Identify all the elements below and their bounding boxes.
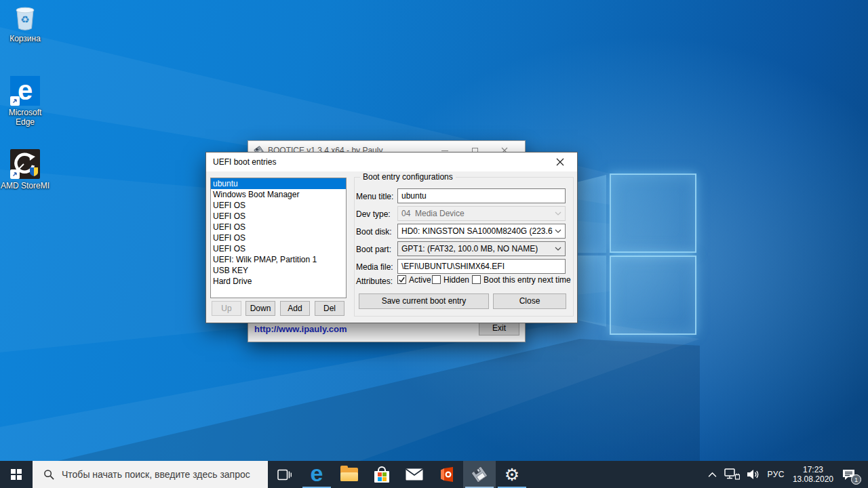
taskbar: Чтобы начать поиск, введите здесь запрос… xyxy=(0,461,868,488)
show-hidden-icons-button[interactable] xyxy=(704,461,721,488)
list-item[interactable]: USB KEY xyxy=(211,265,346,276)
boot-disk-label: Boot disk: xyxy=(356,227,392,237)
search-icon xyxy=(43,469,55,481)
media-file-input[interactable] xyxy=(397,259,566,274)
action-center-button[interactable]: 1 xyxy=(838,461,860,488)
taskbar-mail[interactable] xyxy=(398,461,431,488)
taskbar-edge[interactable]: e xyxy=(300,461,333,488)
desktop-icon-amd-storemi[interactable]: AMD StoreMI xyxy=(0,149,50,190)
file-explorer-icon xyxy=(340,468,358,481)
menu-title-input[interactable] xyxy=(397,188,566,203)
list-item[interactable]: UEFI: Wilk PMAP, Partition 1 xyxy=(211,254,346,265)
desktop-icon-microsoft-edge[interactable]: e Microsoft Edge xyxy=(0,76,50,127)
desktop-icon-recycle-bin[interactable]: ♻ Корзина xyxy=(0,3,50,43)
floppy-disk-icon xyxy=(471,466,488,483)
minimize-icon xyxy=(441,150,448,151)
recycle-bin-icon: ♻ xyxy=(12,3,39,32)
svg-text:♻: ♻ xyxy=(20,14,29,25)
uefi-boot-entries-dialog: UEFI boot entries ubuntu Windows Boot Ma… xyxy=(205,152,578,323)
amd-storemi-icon xyxy=(10,149,40,179)
chevron-down-icon xyxy=(555,211,561,216)
date: 13.08.2020 xyxy=(793,474,833,484)
shortcut-arrow-icon xyxy=(10,96,20,106)
list-item[interactable]: Windows Boot Manager xyxy=(211,189,346,200)
taskbar-office[interactable] xyxy=(431,461,463,488)
dev-type-label: Dev type: xyxy=(356,209,391,219)
list-item[interactable]: UEFI OS xyxy=(211,200,346,211)
shortcut-arrow-icon xyxy=(10,169,20,179)
add-button[interactable]: Add xyxy=(280,301,310,316)
windows-logo-pane xyxy=(610,256,696,335)
up-button[interactable]: Up xyxy=(212,301,241,316)
taskbar-store[interactable] xyxy=(366,461,398,488)
task-view-button[interactable] xyxy=(268,461,300,488)
boot-disk-combobox[interactable]: HD0: KINGSTON SA1000M8240G (223.6 GB, C: xyxy=(397,224,566,239)
close-icon xyxy=(556,158,564,166)
ipauly-link[interactable]: http://www.ipauly.com xyxy=(254,324,347,334)
list-item[interactable]: Hard Drive xyxy=(211,276,346,287)
chevron-down-icon xyxy=(555,247,561,251)
windows-start-icon xyxy=(11,469,22,480)
boot-part-label: Boot part: xyxy=(356,245,391,254)
taskbar-file-explorer[interactable] xyxy=(333,461,366,488)
ethernet-icon xyxy=(724,468,740,481)
notification-count-badge: 1 xyxy=(851,474,861,485)
list-item[interactable]: UEFI OS xyxy=(211,232,346,243)
boot-next-checkbox-label: Boot this entry next time xyxy=(484,275,571,285)
list-item[interactable]: UEFI OS xyxy=(211,243,346,254)
gear-icon: ⚙ xyxy=(505,466,519,483)
speaker-icon xyxy=(747,469,760,480)
active-checkbox[interactable] xyxy=(397,275,406,284)
attributes-label: Attributes: xyxy=(356,277,393,286)
microsoft-store-icon xyxy=(374,466,389,483)
office-icon xyxy=(439,466,455,483)
edge-icon: e xyxy=(311,462,323,485)
active-checkbox-label: Active xyxy=(409,275,431,285)
hidden-checkbox-label: Hidden xyxy=(443,275,469,285)
taskbar-settings[interactable]: ⚙ xyxy=(496,461,528,488)
boot-entries-listbox[interactable]: ubuntu Windows Boot Manager UEFI OS UEFI… xyxy=(210,178,347,298)
list-item[interactable]: UEFI OS xyxy=(211,222,346,232)
del-button[interactable]: Del xyxy=(315,301,344,316)
list-item[interactable]: UEFI OS xyxy=(211,211,346,222)
dev-type-combobox: 04 Media Device xyxy=(397,206,566,221)
taskbar-bootice[interactable] xyxy=(463,461,496,488)
language-indicator[interactable]: РУС xyxy=(764,461,788,488)
taskbar-search[interactable]: Чтобы начать поиск, введите здесь запрос xyxy=(33,461,268,488)
desktop-icon-label: Корзина xyxy=(9,34,41,43)
system-tray: РУС 17:23 13.08.2020 1 xyxy=(704,461,868,488)
boot-part-combobox[interactable]: GPT1: (FAT32, 100.0 MB, NO NAME) xyxy=(397,241,566,256)
windows-logo-pane xyxy=(610,174,696,253)
close-dialog-button[interactable]: Close xyxy=(493,293,566,309)
desktop-icon-label: Microsoft Edge xyxy=(0,108,50,127)
menu-title-label: Menu title: xyxy=(356,192,393,201)
mail-icon xyxy=(406,468,423,481)
checkmark-icon xyxy=(398,276,406,283)
save-current-boot-entry-button[interactable]: Save current boot entry xyxy=(359,293,489,309)
dialog-titlebar[interactable]: UEFI boot entries xyxy=(206,152,577,171)
network-tray-icon[interactable] xyxy=(721,461,743,488)
dialog-title: UEFI boot entries xyxy=(213,157,550,167)
media-file-label: Media file: xyxy=(356,262,393,272)
edge-icon: e xyxy=(10,76,40,106)
desktop-icon-label: AMD StoreMI xyxy=(1,181,50,190)
hidden-checkbox[interactable] xyxy=(432,275,441,284)
down-button[interactable]: Down xyxy=(245,301,275,316)
chevron-up-icon xyxy=(707,472,717,478)
groupbox-title: Boot entry configurations xyxy=(360,172,456,182)
dialog-close-button[interactable] xyxy=(550,154,570,170)
boot-next-checkbox[interactable] xyxy=(472,275,481,284)
volume-tray-icon[interactable] xyxy=(743,461,764,488)
time: 17:23 xyxy=(793,465,833,474)
search-placeholder: Чтобы начать поиск, введите здесь запрос xyxy=(62,469,250,480)
start-button[interactable] xyxy=(0,461,33,488)
chevron-down-icon xyxy=(555,229,561,233)
list-item[interactable]: ubuntu xyxy=(211,178,346,189)
task-view-icon xyxy=(277,468,292,481)
clock[interactable]: 17:23 13.08.2020 xyxy=(788,461,838,488)
